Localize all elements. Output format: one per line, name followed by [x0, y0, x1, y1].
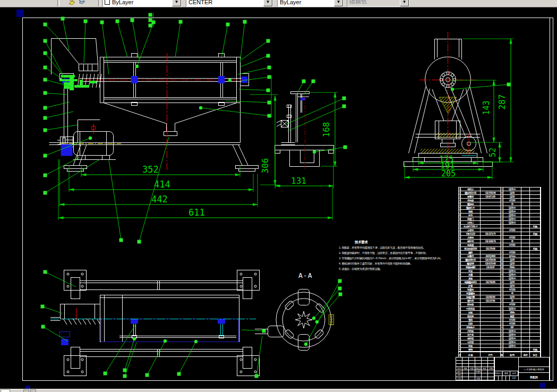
object-properties-toolbar: ByLayer ▼ CENTER ▼ ByLayer ▼ 随颜色 ▼ [0, 0, 557, 7]
parts-list-cell [521, 225, 530, 228]
parts-list-row: 31销4×26GB 117-86235 [459, 299, 541, 303]
title-block-middle: 阶段标记 重量 比例 1:2 [495, 357, 519, 380]
leader-node-dot [164, 339, 167, 343]
leader-line [63, 19, 69, 50]
balloon-marker [100, 21, 104, 24]
leader-line [314, 147, 345, 152]
front-view[interactable] [49, 39, 259, 172]
parts-list-cell [521, 288, 530, 291]
parts-list-cell [521, 206, 530, 209]
parts-list-cell [521, 195, 530, 198]
parts-list-cell [530, 206, 541, 209]
parts-list-cell [521, 210, 530, 213]
parts-list-cell [530, 288, 541, 291]
parts-list-cell [530, 292, 541, 295]
model-tab-stub[interactable] [1, 389, 10, 392]
leader-line [137, 22, 153, 66]
parts-list-cell: 35 [503, 299, 521, 302]
parts-list-cell: Q235-A [503, 217, 521, 220]
lineweight-control-dropdown[interactable]: ByLayer ▼ [277, 0, 344, 7]
note-line: 2. 装配滚动轴承时，不得有卡阻，运转灵活，各紧固件应拧紧可靠，不得松动。 [339, 251, 428, 255]
parts-list-cell [530, 210, 541, 213]
parts-list-cell: 螺旋叶片 [461, 206, 481, 209]
parts-list-cell: 小带轮 [461, 228, 481, 232]
leader-node-dot [312, 317, 315, 320]
parts-list-cell [530, 337, 541, 340]
parts-list-cell [521, 191, 530, 194]
parts-list-row: 10出料口1Q235-A [459, 221, 541, 225]
parts-list-cell [521, 266, 530, 269]
balloon-marker [44, 154, 47, 158]
layer-states-icon[interactable] [78, 0, 86, 5]
parts-list-cell [521, 258, 530, 261]
parts-list-cell: 电动机Y100L-4 [461, 225, 481, 228]
balloon-bracket [153, 13, 272, 117]
parts-list-cell: GB 1171-74 [481, 232, 501, 235]
parts-list-cell: HT200 [503, 199, 521, 202]
leader-line [45, 112, 73, 118]
parts-list-cell: Q235-A [503, 210, 521, 213]
parts-list-cell: HT200 [503, 288, 521, 291]
parts-list-cell [530, 240, 541, 243]
balloon-marker [268, 75, 271, 79]
parts-list-cell: GB 892-86 [481, 295, 501, 299]
parts-list-cell: Q235 [503, 195, 521, 198]
parts-list-cell [481, 326, 501, 329]
section-view[interactable]: A-A [255, 271, 334, 351]
discharge-funnel [104, 103, 237, 136]
parts-list-cell [503, 348, 521, 351]
parts-list-row: 4吊轴承2HT200 [459, 199, 541, 202]
chevron-down-icon[interactable]: ▼ [334, 0, 343, 6]
parts-list-cell [521, 247, 530, 250]
balloon-marker [44, 23, 47, 27]
leader-line [175, 22, 181, 57]
parts-list-row: 40法兰盘2Q235-A [459, 333, 541, 337]
parts-list-cell [530, 314, 541, 318]
note-line: 5. 涂漆后，以铭牌为准进行包装运输。 [339, 267, 382, 271]
title-block-cell [469, 377, 475, 380]
parts-list-row: 22弹簧垫圈8GB 93-871265Mn [459, 266, 541, 269]
balloon-marker [179, 20, 183, 24]
parts-list-cell: 外购 [530, 225, 541, 228]
parts-list-cell [521, 269, 530, 272]
parts-list-cell [530, 221, 541, 224]
parts-list-cell: 外购 [530, 247, 541, 250]
parts-list-cell: 法兰盘 [461, 333, 481, 336]
drawing-name-box [495, 357, 518, 371]
chevron-down-icon[interactable]: ▼ [263, 0, 272, 6]
parts-list-cell [530, 195, 541, 198]
parts-list-cell [530, 251, 541, 254]
plotstyle-control-value: 随颜色 [347, 0, 400, 6]
parts-list-cell [521, 329, 530, 333]
balloon-marker [342, 105, 346, 108]
make-layer-current-icon[interactable] [68, 0, 76, 5]
layout-tab-stub[interactable] [23, 389, 29, 392]
leader-line [43, 327, 67, 341]
leader-layer[interactable] [41, 13, 511, 378]
balloon-marker [152, 21, 156, 24]
parts-list-cell [521, 307, 530, 310]
side-view[interactable] [404, 32, 493, 175]
organization-name: ××大学机械工程学院 [519, 367, 549, 373]
balloon-marker [344, 146, 347, 149]
balloon-marker [44, 174, 47, 177]
linetype-control-dropdown[interactable]: CENTER ▼ [186, 0, 273, 7]
dim-205: 205 [441, 169, 456, 178]
parts-list-cell: Q235-A [503, 188, 521, 191]
dimensions[interactable]: 352 414 442 611 131 306 168 287 143 52 1… [58, 13, 513, 220]
parts-list-cell: GB 97.1-85 [481, 195, 501, 198]
parts-list-cell [521, 202, 530, 206]
color-control-dropdown[interactable]: ByLayer ▼ [102, 0, 182, 7]
parts-list-row: 13V带A1120GB 1171-742外购 [459, 232, 541, 236]
stage-cell [506, 376, 510, 380]
rotor-star [295, 311, 312, 328]
parts-list-rows: 1进料斗1Q235-A2螺栓M10×30GB 5782-868Q2353垫圈10… [459, 188, 541, 352]
parts-list-cell: HT200 [503, 236, 521, 239]
chevron-down-icon[interactable]: ▼ [172, 0, 181, 6]
layout-tab-stub[interactable] [30, 389, 36, 392]
parts-list-cell [530, 307, 541, 310]
parts-list-row: 34衬板216Mn [459, 311, 541, 314]
parts-list-row: 35密封垫2橡胶 [459, 314, 541, 318]
parts-list-cell [481, 188, 501, 191]
leader-node-dot [313, 150, 316, 154]
